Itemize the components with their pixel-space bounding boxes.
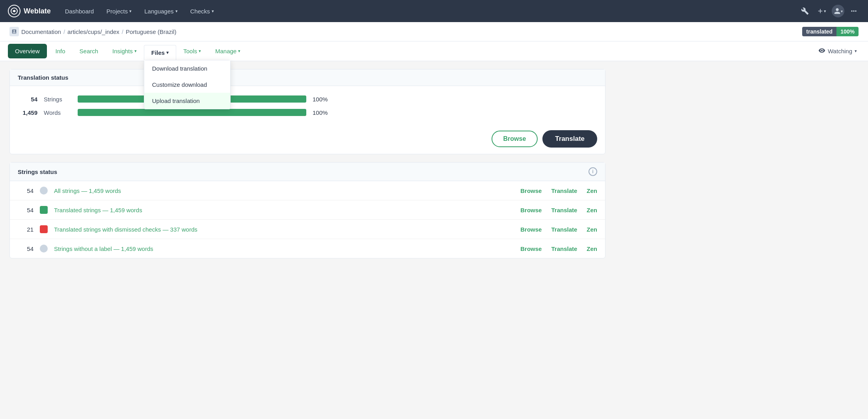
dismissed-dot — [40, 225, 48, 233]
tab-insights[interactable]: Insights ▾ — [105, 42, 144, 60]
nav-projects[interactable]: Projects ▾ — [102, 5, 136, 18]
files-chevron-icon: ▾ — [166, 50, 169, 55]
words-label: Words — [44, 109, 71, 116]
all-strings-zen[interactable]: Zen — [587, 187, 597, 194]
nav-dashboard[interactable]: Dashboard — [60, 5, 99, 18]
dismissed-count: 21 — [18, 226, 34, 233]
strings-label: Strings — [44, 96, 71, 103]
tools-chevron-icon: ▾ — [199, 49, 201, 54]
translation-status-actions: Browse Translate — [10, 125, 605, 154]
brand-name: Weblate — [24, 7, 51, 15]
breadcrumb-bar: Documentation / articles/cups/_index / P… — [0, 22, 868, 41]
translated-zen[interactable]: Zen — [587, 207, 597, 213]
insights-chevron-icon: ▾ — [134, 49, 137, 54]
dismissed-browse[interactable]: Browse — [520, 226, 542, 233]
tab-search[interactable]: Search — [73, 42, 106, 60]
badge-label: translated — [802, 27, 836, 36]
translated-dot — [40, 206, 48, 214]
browse-button[interactable]: Browse — [492, 131, 538, 147]
breadcrumb-documentation[interactable]: Documentation — [21, 28, 61, 35]
wrench-button[interactable] — [799, 5, 811, 17]
nolabel-count: 54 — [18, 245, 34, 252]
add-button[interactable]: ▾ — [814, 5, 829, 17]
table-row: 54 Translated strings — 1,459 words Brow… — [10, 200, 605, 220]
translation-status-card: Translation status 54 Strings 100% 1,459… — [9, 69, 605, 154]
breadcrumb: Documentation / articles/cups/_index / P… — [9, 27, 176, 36]
avatar-chevron-icon: ▾ — [841, 9, 843, 13]
dropdown-customize-download[interactable]: Customize download — [144, 77, 230, 93]
dismissed-translate[interactable]: Translate — [551, 226, 577, 233]
nolabel-translate[interactable]: Translate — [551, 245, 577, 252]
dropdown-download-translation[interactable]: Download translation — [144, 60, 230, 77]
translation-status-body: 54 Strings 100% 1,459 Words 100% — [10, 86, 605, 125]
table-row: 54 All strings — 1,459 words Browse Tran… — [10, 181, 605, 200]
brand-icon — [8, 5, 20, 17]
words-progress-bg — [78, 109, 306, 116]
strings-info-icon[interactable]: i — [589, 167, 597, 176]
dismissed-link[interactable]: Translated strings with dismissed checks… — [54, 226, 514, 233]
strings-row: 54 Strings 100% — [18, 92, 597, 106]
breadcrumb-sep-1: / — [63, 28, 65, 35]
all-strings-dot — [40, 187, 48, 195]
add-chevron-icon: ▾ — [824, 9, 826, 14]
nolabel-link[interactable]: Strings without a label — 1,459 words — [54, 245, 514, 252]
watching-chevron-icon: ▾ — [855, 49, 857, 54]
all-strings-translate[interactable]: Translate — [551, 187, 577, 194]
words-row: 1,459 Words 100% — [18, 106, 597, 119]
navbar: Weblate Dashboard Projects ▾ Languages ▾… — [0, 0, 868, 22]
translated-translate[interactable]: Translate — [551, 207, 577, 213]
watching-label: Watching — [828, 48, 852, 54]
words-progress-fill — [78, 109, 306, 116]
strings-status-header: Strings status i — [10, 163, 605, 181]
breadcrumb-icon — [9, 27, 19, 36]
main-content: Translation status 54 Strings 100% 1,459… — [0, 61, 615, 266]
strings-count: 54 — [18, 96, 37, 103]
nolabel-browse[interactable]: Browse — [520, 245, 542, 252]
dismissed-actions: Browse Translate Zen — [520, 226, 597, 233]
all-strings-link[interactable]: All strings — 1,459 words — [54, 187, 514, 194]
table-row: 21 Translated strings with dismissed che… — [10, 220, 605, 239]
nav-languages[interactable]: Languages ▾ — [140, 5, 182, 18]
languages-chevron-icon: ▾ — [175, 9, 178, 14]
nolabel-actions: Browse Translate Zen — [520, 245, 597, 252]
translated-actions: Browse Translate Zen — [520, 207, 597, 213]
brand-logo[interactable]: Weblate — [8, 5, 51, 17]
translated-link[interactable]: Translated strings — 1,459 words — [54, 207, 514, 213]
breadcrumb-sep-2: / — [122, 28, 123, 35]
manage-chevron-icon: ▾ — [238, 49, 240, 54]
translation-status-header: Translation status — [10, 69, 605, 86]
nolabel-zen[interactable]: Zen — [587, 245, 597, 252]
tabs-bar: Overview Info Search Insights ▾ Files ▾ … — [0, 41, 868, 61]
tab-tools[interactable]: Tools ▾ — [176, 42, 208, 60]
eye-icon — [818, 47, 825, 55]
tab-manage[interactable]: Manage ▾ — [208, 42, 248, 60]
dropdown-upload-translation[interactable]: Upload translation — [144, 93, 230, 109]
checks-chevron-icon: ▾ — [212, 9, 214, 14]
words-pct: 100% — [313, 109, 332, 116]
translated-badge: translated 100% — [802, 27, 859, 36]
breadcrumb-language: Portuguese (Brazil) — [126, 28, 176, 35]
navbar-right: ▾ ▾ — [799, 5, 860, 17]
files-dropdown-menu: Download translation Customize download … — [144, 60, 231, 109]
strings-pct: 100% — [313, 96, 332, 103]
tab-info[interactable]: Info — [48, 42, 73, 60]
breadcrumb-articles[interactable]: articles/cups/_index — [67, 28, 119, 35]
nav-checks[interactable]: Checks ▾ — [186, 5, 219, 18]
projects-chevron-icon: ▾ — [129, 9, 132, 14]
table-row: 54 Strings without a label — 1,459 words… — [10, 239, 605, 258]
translated-browse[interactable]: Browse — [520, 207, 542, 213]
badge-value: 100% — [836, 27, 859, 36]
watching-button[interactable]: Watching ▾ — [814, 44, 862, 58]
all-strings-actions: Browse Translate Zen — [520, 187, 597, 194]
translate-button[interactable]: Translate — [542, 130, 597, 148]
all-strings-count: 54 — [18, 187, 34, 194]
tab-files[interactable]: Files ▾ — [144, 45, 176, 60]
nolabel-dot — [40, 245, 48, 253]
dismissed-zen[interactable]: Zen — [587, 226, 597, 233]
all-strings-browse[interactable]: Browse — [520, 187, 542, 194]
files-dropdown-wrapper: Files ▾ Download translation Customize d… — [144, 43, 176, 60]
tab-overview[interactable]: Overview — [8, 44, 47, 58]
user-avatar[interactable]: ▾ — [832, 5, 844, 17]
more-options-button[interactable] — [848, 5, 860, 17]
strings-status-card: Strings status i 54 All strings — 1,459 … — [9, 162, 605, 258]
